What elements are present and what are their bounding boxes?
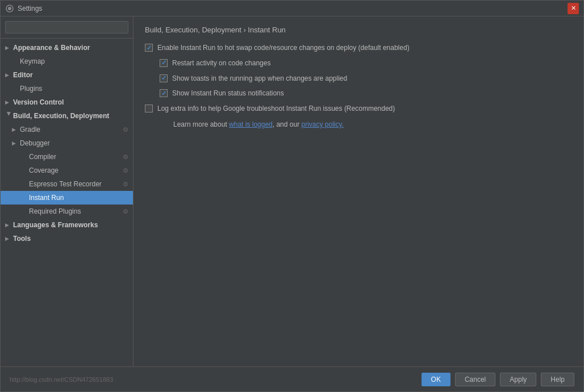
sidebar-item-tools[interactable]: ▶ Tools xyxy=(1,232,133,245)
option1-checkbox[interactable] xyxy=(145,44,153,52)
option3-label: Show toasts in the running app when chan… xyxy=(172,74,347,84)
arrow-icon: ▶ xyxy=(6,112,12,120)
sidebar-item-build[interactable]: ▶ Build, Execution, Deployment xyxy=(1,109,133,123)
settings-icon: ⚙ xyxy=(123,181,128,188)
sidebar-item-keymap[interactable]: Keymap xyxy=(1,55,133,68)
settings-section: Enable Instant Run to hot swap code/reso… xyxy=(145,43,572,128)
option3-checkbox[interactable] xyxy=(160,74,168,82)
settings-icon: ⚙ xyxy=(123,153,128,161)
apply-button[interactable]: Apply xyxy=(500,373,536,386)
sidebar-item-label: Espresso Test Recorder xyxy=(29,180,102,188)
arrow-icon: ▶ xyxy=(5,222,13,228)
option4-label: Show Instant Run status notifications xyxy=(172,89,284,98)
settings-icon: ⚙ xyxy=(123,208,128,215)
search-input[interactable] xyxy=(5,21,128,34)
learn-more-prefix: Learn more about xyxy=(173,120,229,128)
sidebar-item-espresso[interactable]: Espresso Test Recorder ⚙ xyxy=(1,177,133,191)
sidebar-item-gradle[interactable]: ▶ Gradle ⚙ xyxy=(1,123,133,136)
window-title: Settings xyxy=(18,5,42,12)
sidebar-item-compiler[interactable]: Compiler ⚙ xyxy=(1,150,133,164)
sidebar-item-label: Languages & Frameworks xyxy=(13,221,98,229)
sidebar-item-plugins[interactable]: Plugins xyxy=(1,82,133,95)
breadcrumb: Build, Execution, Deployment › Instant R… xyxy=(145,26,572,34)
nav-tree: ▶ Appearance & Behavior Keymap ▶ Editor … xyxy=(1,39,133,366)
option5-checkbox[interactable] xyxy=(145,105,153,112)
sidebar-item-label: Required Plugins xyxy=(29,207,81,215)
content-panel: Build, Execution, Deployment › Instant R… xyxy=(134,16,583,366)
arrow-icon: ▶ xyxy=(5,72,13,78)
title-bar-left: Settings xyxy=(5,4,42,13)
option2-label: Restart activity on code changes xyxy=(172,59,270,68)
title-bar: Settings ✕ xyxy=(1,1,583,16)
main-area: ▶ Appearance & Behavior Keymap ▶ Editor … xyxy=(1,16,583,366)
settings-icon: ⚙ xyxy=(123,126,128,134)
sidebar-item-label: Coverage xyxy=(29,166,59,174)
sidebar-item-label: Build, Execution, Deployment xyxy=(13,112,109,120)
arrow-icon: ▶ xyxy=(5,45,13,51)
sidebar-item-version-control[interactable]: ▶ Version Control xyxy=(1,95,133,109)
watermark: http://blog.csdn.net/CSDN472651883 xyxy=(10,376,417,383)
ok-button[interactable]: OK xyxy=(422,373,450,386)
settings-window: Settings ✕ ▶ Appearance & Behavior Keyma… xyxy=(0,0,584,392)
learn-more-middle: , and our xyxy=(273,120,302,128)
sidebar-item-required-plugins[interactable]: Required Plugins ⚙ xyxy=(1,205,133,218)
option2-row: Restart activity on code changes xyxy=(145,59,572,68)
arrow-icon: ▶ xyxy=(5,236,13,241)
what-is-logged-link[interactable]: what is logged xyxy=(229,120,273,128)
sidebar-item-label: Tools xyxy=(13,235,31,243)
privacy-policy-link[interactable]: privacy policy. xyxy=(301,120,343,128)
settings-icon: ⚙ xyxy=(123,167,128,174)
close-button[interactable]: ✕ xyxy=(568,3,579,14)
arrow-icon: ▶ xyxy=(12,140,20,146)
sidebar-item-instant-run[interactable]: Instant Run xyxy=(1,191,133,205)
cancel-button[interactable]: Cancel xyxy=(455,373,495,386)
svg-point-0 xyxy=(8,7,11,10)
settings-icon xyxy=(5,4,14,13)
footer: http://blog.csdn.net/CSDN472651883 OK Ca… xyxy=(1,366,583,391)
learn-more-row: Learn more about what is logged, and our… xyxy=(145,120,572,128)
sidebar: ▶ Appearance & Behavior Keymap ▶ Editor … xyxy=(1,16,134,366)
sidebar-item-label: Instant Run xyxy=(29,194,64,202)
search-box xyxy=(1,16,133,39)
option5-label: Log extra info to help Google troublesho… xyxy=(157,104,395,114)
arrow-icon: ▶ xyxy=(12,127,20,132)
sidebar-item-languages[interactable]: ▶ Languages & Frameworks xyxy=(1,218,133,232)
sidebar-item-label: Appearance & Behavior xyxy=(13,44,90,52)
arrow-icon: ▶ xyxy=(5,99,13,105)
sidebar-item-label: Version Control xyxy=(13,98,64,106)
option1-row: Enable Instant Run to hot swap code/reso… xyxy=(145,43,572,53)
sidebar-item-appearance[interactable]: ▶ Appearance & Behavior xyxy=(1,41,133,55)
help-button[interactable]: Help xyxy=(541,373,574,386)
sidebar-item-label: Plugins xyxy=(20,85,42,93)
sidebar-item-label: Keymap xyxy=(20,57,45,65)
sidebar-item-label: Editor xyxy=(13,71,33,79)
sidebar-item-editor[interactable]: ▶ Editor xyxy=(1,68,133,82)
option4-checkbox[interactable] xyxy=(160,89,168,97)
sidebar-item-debugger[interactable]: ▶ Debugger xyxy=(1,136,133,150)
option5-row: Log extra info to help Google troublesho… xyxy=(145,104,572,114)
option3-row: Show toasts in the running app when chan… xyxy=(145,74,572,84)
option1-label: Enable Instant Run to hot swap code/reso… xyxy=(157,43,410,53)
option2-checkbox[interactable] xyxy=(160,59,168,67)
sidebar-item-label: Debugger xyxy=(20,139,50,147)
sidebar-item-label: Gradle xyxy=(20,126,40,134)
sidebar-item-label: Compiler xyxy=(29,153,56,161)
option4-row: Show Instant Run status notifications xyxy=(145,89,572,98)
sidebar-item-coverage[interactable]: Coverage ⚙ xyxy=(1,164,133,177)
